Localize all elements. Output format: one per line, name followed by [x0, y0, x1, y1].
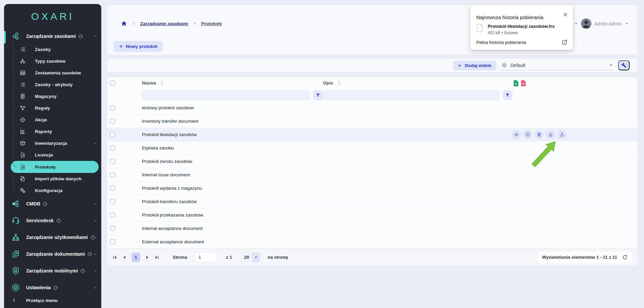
- row-checkbox[interactable]: [110, 186, 115, 191]
- sidebar-item-zarządzanie-zasobami[interactable]: Zarządzanie zasobami: [4, 29, 101, 44]
- chevron-down-icon[interactable]: [93, 252, 98, 256]
- settings-wrench-button[interactable]: [618, 60, 630, 70]
- table-row[interactable]: Internal acceptance document: [107, 222, 637, 235]
- previous-page-icon[interactable]: [122, 255, 127, 260]
- table-filter-row: [107, 89, 637, 101]
- row-checkbox[interactable]: [110, 132, 115, 137]
- table-row[interactable]: Inventory transfer document: [107, 115, 637, 128]
- table-row[interactable]: Protokół zwrotu zasobów: [107, 155, 637, 168]
- sidebar-item-akcje[interactable]: Akcje: [4, 114, 101, 126]
- row-checkbox[interactable]: [110, 159, 115, 164]
- table-row[interactable]: Protokół likwidacji zasobów: [107, 128, 637, 141]
- excel-export-icon[interactable]: X: [513, 80, 519, 87]
- chevron-left-icon: [11, 298, 17, 303]
- breadcrumb-link-zarzadzanie-zasobami[interactable]: Zarządzanie zasobami: [140, 21, 188, 26]
- chevron-down-icon[interactable]: [93, 235, 98, 240]
- table-row[interactable]: Protokół transferu zasobów: [107, 195, 637, 208]
- sidebar-item-label: Konfiguracja: [35, 188, 63, 193]
- row-checkbox[interactable]: [110, 199, 115, 204]
- gauge-icon: [53, 285, 58, 290]
- chevron-down-icon[interactable]: [93, 141, 98, 145]
- add-view-button[interactable]: Dodaj widok: [453, 61, 496, 70]
- row-checkbox[interactable]: [110, 212, 115, 218]
- name-filter-input[interactable]: [142, 90, 310, 100]
- sidebar-item-import-plików-danych[interactable]: Import plików danych: [4, 173, 101, 185]
- home-icon[interactable]: [121, 20, 127, 27]
- chevron-right-icon: [193, 21, 197, 26]
- avatar[interactable]: [581, 18, 591, 29]
- caret-down-icon: [609, 63, 613, 67]
- sidebar-toggle-menu[interactable]: Przełącz menu: [4, 293, 101, 308]
- sidebar-item-zestawienia-zasobów[interactable]: Zestawienia zasobów: [4, 67, 101, 79]
- chevron-down-icon[interactable]: [93, 219, 98, 223]
- sidebar-item-zarządzanie-dokumentami[interactable]: Zarządzanie dokumentami: [4, 247, 101, 261]
- page-number-input[interactable]: [195, 252, 217, 262]
- pdf-export-icon[interactable]: PDF: [521, 80, 526, 87]
- new-protocol-button[interactable]: Nowy protokół: [113, 41, 163, 52]
- sidebar-item-servicedesk[interactable]: Servicedesk: [4, 213, 101, 228]
- sidebar-item-reguły[interactable]: Reguły: [4, 102, 101, 114]
- sidebar-item-label: Ustawienia: [26, 285, 51, 290]
- row-checkbox[interactable]: [110, 172, 115, 177]
- row-checkbox[interactable]: [110, 226, 115, 231]
- chevron-down-icon[interactable]: [93, 269, 98, 273]
- current-page-button[interactable]: 1: [131, 253, 140, 262]
- tree-connector: [13, 116, 16, 120]
- table-row[interactable]: Protokół przekazania zasobów: [107, 208, 637, 222]
- downloaded-file-name[interactable]: Protokół likwidacji zasobów.frx: [488, 24, 555, 29]
- external-link-icon[interactable]: [561, 39, 568, 45]
- sidebar-item-protokoły[interactable]: Protokoły: [11, 161, 99, 173]
- column-menu-icon[interactable]: [336, 80, 341, 85]
- last-page-icon[interactable]: [154, 255, 160, 260]
- caret-down-icon[interactable]: [625, 22, 629, 25]
- sidebar-item-licencje[interactable]: Licencje: [4, 149, 101, 161]
- sidebar-item-konfiguracja[interactable]: Konfiguracja: [4, 185, 101, 196]
- sidebar-item-zarządzanie-mobilnymi[interactable]: Zarządzanie mobilnymi: [4, 263, 101, 278]
- sidebar-item-zasoby-atrybuty[interactable]: Zasoby - atrybuty: [4, 79, 101, 90]
- table-row[interactable]: Protokół wydania z magazynu: [107, 182, 637, 195]
- upload-button[interactable]: [557, 130, 567, 139]
- table-row[interactable]: Internal issue document: [107, 168, 637, 182]
- sidebar-item-typy-zasobów[interactable]: Typy zasobów: [4, 55, 101, 67]
- table-row[interactable]: External acceptance document: [107, 235, 637, 249]
- description-filter-input[interactable]: [323, 90, 500, 100]
- name-filter-button[interactable]: [313, 90, 323, 100]
- next-page-icon[interactable]: [145, 255, 150, 260]
- chevron-up-icon[interactable]: [93, 34, 98, 39]
- select-all-checkbox[interactable]: [110, 80, 115, 85]
- list-icon: [19, 81, 26, 88]
- download-history-popup: Najnowsza historia pobierania Protokół l…: [470, 5, 573, 50]
- breadcrumb-link-protokoly[interactable]: Protokoły: [201, 21, 222, 26]
- sidebar-item-zarządzanie-użytkownikami[interactable]: Zarządzanie użytkownikami: [4, 230, 101, 245]
- sidebar-item-magazyny[interactable]: Magazyny: [4, 90, 101, 102]
- chevron-down-icon[interactable]: [93, 286, 98, 290]
- sidebar-item-label: Raporty: [35, 129, 52, 134]
- row-checkbox[interactable]: [110, 239, 115, 244]
- inventory-icon: [19, 140, 26, 146]
- column-menu-icon[interactable]: [159, 80, 164, 85]
- table-row[interactable]: Etykieta zasobu: [107, 141, 637, 155]
- refresh-icon[interactable]: [622, 254, 628, 260]
- sidebar-item-label: Akcje: [35, 117, 47, 122]
- row-checkbox[interactable]: [110, 119, 115, 124]
- description-filter-button[interactable]: [502, 90, 513, 100]
- sidebar-item-cmdb[interactable]: CMDB: [4, 196, 101, 211]
- download-button[interactable]: [545, 130, 555, 139]
- edit-button[interactable]: [523, 130, 533, 139]
- page-size-select[interactable]: 20: [240, 252, 260, 262]
- close-icon[interactable]: [562, 12, 568, 17]
- row-checkbox[interactable]: [110, 145, 115, 150]
- chevron-down-icon[interactable]: [93, 202, 98, 206]
- caret-down-icon[interactable]: [574, 22, 578, 25]
- full-history-link[interactable]: Pełna historia pobierania: [476, 40, 526, 45]
- column-label: Nazwa: [142, 80, 156, 85]
- sidebar-item-raporty[interactable]: Raporty: [4, 126, 101, 137]
- row-checkbox[interactable]: [110, 105, 115, 110]
- table-row[interactable]: testowy protokol zasobow: [107, 101, 637, 115]
- sidebar-item-zasoby[interactable]: Zasoby: [4, 44, 101, 55]
- first-page-icon[interactable]: [112, 255, 117, 260]
- view-button[interactable]: [511, 130, 521, 139]
- sidebar-item-inwentaryzacja[interactable]: Inwentaryzacja: [4, 137, 101, 149]
- view-selector[interactable]: Default: [500, 60, 614, 70]
- delete-button[interactable]: [534, 130, 544, 139]
